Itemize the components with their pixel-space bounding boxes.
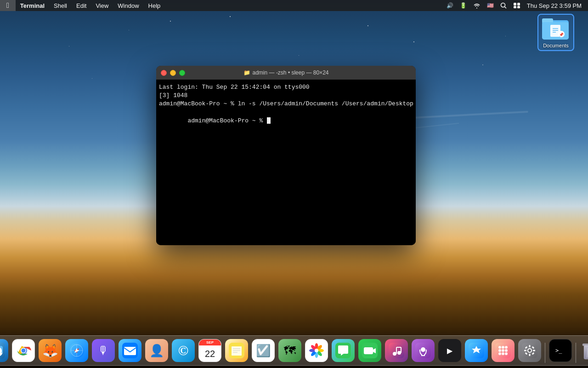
dock-siri[interactable]: 🎙 (91, 338, 116, 363)
svg-rect-5 (517, 6, 520, 8)
terminal-icon: 📁 (243, 69, 250, 76)
terminal-line-4: admin@MacBook-Pro ~ % (159, 109, 413, 134)
window-menu[interactable]: Window (113, 0, 143, 11)
svg-rect-84 (524, 350, 526, 351)
edit-menu[interactable]: Edit (72, 0, 91, 11)
svg-point-53 (315, 349, 318, 352)
dock: 🦊 🎙 (0, 335, 588, 366)
svg-rect-3 (517, 3, 520, 6)
dock-facetime[interactable] (357, 338, 382, 363)
dock-podcasts[interactable] (411, 338, 435, 363)
dock-notes[interactable] (224, 338, 249, 363)
svg-point-70 (498, 346, 501, 349)
terminal-body[interactable]: Last login: Thu Sep 22 15:42:04 on ttys0… (156, 80, 416, 245)
menubar-left:  Terminal Shell Edit View Window Help (0, 0, 165, 11)
menubar-clock: Thu Sep 22 3:59 PM (525, 2, 583, 9)
dock-mail[interactable] (118, 338, 142, 363)
svg-rect-82 (529, 345, 531, 347)
svg-rect-83 (529, 354, 531, 356)
terminal-title: 📁 admin — -zsh • sleep — 80×24 (243, 69, 329, 76)
dock-appletv[interactable]: ▶ (437, 338, 462, 363)
dock-music[interactable] (384, 338, 409, 363)
desktop:  Terminal Shell Edit View Window Help 🔊… (0, 0, 588, 368)
dock-divider-2 (576, 343, 576, 363)
svg-rect-85 (533, 350, 535, 351)
dock-terminal[interactable]: >_ (548, 338, 573, 363)
svg-point-60 (397, 351, 401, 355)
apple-menu[interactable]:  (0, 0, 16, 11)
terminal-cursor (267, 117, 271, 124)
terminal-titlebar: 📁 admin — -zsh • sleep — 80×24 (156, 66, 416, 80)
svg-point-81 (528, 349, 531, 352)
svg-point-65 (421, 347, 425, 352)
svg-point-59 (393, 352, 396, 356)
traffic-lights (161, 70, 185, 76)
dock-calendar[interactable]: SEP 22 (198, 338, 222, 363)
svg-point-0 (501, 3, 505, 7)
dock-systemprefs[interactable] (517, 338, 542, 363)
dock-firefox[interactable]: 🦊 (38, 338, 62, 363)
svg-text:📌: 📌 (559, 32, 564, 37)
terminal-line-3: admin@MacBook-Pro ~ % ln -s /Users/admin… (159, 100, 413, 108)
shell-menu[interactable]: Shell (49, 0, 72, 11)
volume-icon[interactable]: 🔊 (445, 2, 455, 9)
wifi-icon[interactable] (471, 2, 482, 9)
input-source-icon[interactable]: 🇺🇸 (485, 2, 496, 9)
search-icon[interactable] (498, 2, 509, 9)
battery-icon[interactable]: 🔋 (458, 2, 469, 9)
svg-line-1 (504, 7, 506, 9)
maximize-button[interactable] (179, 70, 185, 76)
svg-rect-56 (364, 347, 373, 354)
svg-point-75 (505, 349, 508, 352)
minimize-button[interactable] (170, 70, 176, 76)
dock-appstore[interactable] (464, 338, 489, 363)
folder-icon: 📌 (542, 17, 570, 42)
svg-point-77 (502, 352, 504, 355)
dock-photos[interactable] (304, 338, 329, 363)
view-menu[interactable]: View (91, 0, 113, 11)
svg-point-76 (498, 352, 501, 355)
terminal-window: 📁 admin — -zsh • sleep — 80×24 Last logi… (156, 66, 416, 245)
dock-messages[interactable] (331, 338, 356, 363)
svg-rect-4 (514, 6, 516, 8)
menubar:  Terminal Shell Edit View Window Help 🔊… (0, 0, 588, 11)
dock-crona[interactable]: © (171, 338, 196, 363)
svg-point-78 (505, 352, 508, 355)
menubar-right: 🔊 🔋 🇺🇸 (445, 2, 588, 9)
close-button[interactable] (161, 70, 167, 76)
svg-point-71 (502, 346, 504, 349)
dock-trash[interactable] (579, 338, 588, 363)
dock-reminders[interactable]: ☑️ (251, 338, 276, 363)
svg-rect-40 (232, 346, 242, 356)
terminal-line-2: [3] 1048 (159, 92, 413, 100)
svg-point-30 (22, 349, 26, 353)
svg-text:▶: ▶ (447, 347, 453, 355)
svg-point-72 (505, 346, 508, 349)
help-menu[interactable]: Help (144, 0, 165, 11)
svg-point-73 (498, 349, 501, 352)
svg-rect-38 (124, 347, 136, 355)
svg-point-74 (502, 349, 504, 352)
dock-maps[interactable]: 🗺 (277, 338, 302, 363)
dock-divider (545, 343, 545, 363)
dock-safari[interactable] (64, 338, 89, 363)
dock-chrome[interactable] (11, 338, 36, 363)
app-name-menu[interactable]: Terminal (16, 0, 49, 11)
terminal-line-1: Last login: Thu Sep 22 15:42:04 on ttys0… (159, 83, 413, 92)
documents-label: Documents (543, 43, 569, 48)
documents-desktop-icon[interactable]: 📌 Documents (537, 14, 574, 51)
dock-contacts[interactable]: 👤 (144, 338, 169, 363)
svg-text:>_: >_ (555, 347, 562, 354)
control-center-icon[interactable] (511, 2, 522, 9)
dock-finder[interactable] (0, 338, 9, 363)
terminal-title-text: admin — -zsh • sleep — 80×24 (253, 69, 329, 76)
svg-rect-93 (582, 344, 588, 346)
svg-rect-2 (514, 3, 516, 6)
dock-launchpad[interactable] (491, 338, 515, 363)
